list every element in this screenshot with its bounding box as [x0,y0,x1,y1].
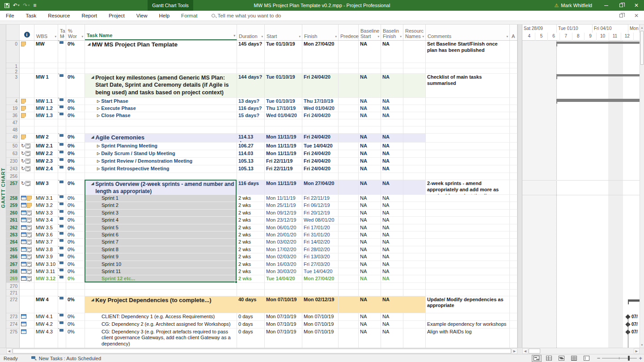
indicators-cell[interactable] [20,328,34,348]
baseline-start-cell[interactable]: NA [359,98,381,105]
finish-cell[interactable]: Fri 24/04/20 [302,150,339,158]
comments-cell[interactable] [426,63,510,68]
task-mode-cell[interactable] [58,290,66,296]
team-planner-view-button[interactable] [557,355,567,362]
finish-column-header[interactable]: Finish▾ [302,25,339,40]
start-cell[interactable]: Fri 22/11/19 [265,158,302,165]
duration-cell[interactable]: 2 wks [237,246,265,253]
duration-cell[interactable] [237,173,265,180]
duration-cell[interactable]: 145 days? [237,41,265,63]
task-row-258[interactable]: 258MW 3.10%Sprint 12 wksMon 11/11/19Fri … [6,195,517,202]
resource-names-cell[interactable] [403,63,426,68]
baseline-finish-cell[interactable]: NA [381,253,403,261]
account-warning-icon[interactable]: ⚠ [554,3,559,8]
indicators-cell[interactable] [20,246,34,253]
baseline-start-cell[interactable]: NA [359,150,381,158]
add-column-cell[interactable] [510,180,517,195]
filter-arrow-icon[interactable]: ▾ [63,35,64,38]
row-number[interactable]: 49 [6,134,20,143]
ribbon-restore-button[interactable] [614,10,629,21]
baseline-finish-cell[interactable]: NA [381,41,403,63]
task-name-cell[interactable] [85,119,237,126]
redo-button[interactable]: ↷▾ [23,2,30,8]
add-column-cell[interactable] [510,165,517,173]
percent-work-cell[interactable]: 0% [66,105,85,112]
row-number[interactable]: 275 [6,328,20,348]
task-row-260[interactable]: 260MW 3.30%Sprint 32 wksMon 09/12/19Fri … [6,210,517,217]
comments-cell[interactable] [426,210,510,217]
task-name-cell[interactable]: ◢Project key milestones (amend Generic M… [85,74,237,98]
start-cell[interactable]: Mon 11/11/19 [265,195,302,202]
baseline-start-cell[interactable]: NA [359,74,381,98]
task-row-261[interactable]: 261MW 3.40%Sprint 42 wksMon 23/12/19Wed … [6,217,517,224]
scroll-up-icon[interactable]: ▲ [640,25,644,30]
task-row-262[interactable]: 262MW 3.50%Sprint 52 wksMon 06/01/20Fri … [6,224,517,232]
indicators-cell[interactable] [20,173,34,180]
wbs-cell[interactable]: MW 3.11 [34,268,58,275]
percent-work-cell[interactable]: 0% [66,74,85,98]
resource-names-cell[interactable] [403,275,426,282]
resource-names-cell[interactable] [403,328,426,348]
start-cell[interactable]: Mon 23/12/19 [265,217,302,224]
comments-cell[interactable] [426,143,510,150]
indicators-cell[interactable] [20,210,34,217]
baseline-start-cell[interactable]: NA [359,210,381,217]
add-column-cell[interactable] [510,275,517,282]
percent-work-cell[interactable]: 0% [66,268,85,275]
row-number[interactable]: 261 [6,217,20,224]
filter-arrow-icon[interactable]: ▾ [233,34,235,38]
filter-arrow-icon[interactable]: ▾ [422,35,424,38]
start-cell[interactable]: Mon 06/01/20 [265,224,302,232]
row-number[interactable]: 260 [6,210,20,217]
resource-names-cell[interactable] [403,105,426,112]
finish-cell[interactable]: Wed 08/01/20 [302,217,339,224]
predecessors-cell[interactable] [339,41,359,63]
duration-cell[interactable]: 116 days [237,180,265,195]
wbs-cell[interactable]: MW 4.3 [34,328,58,348]
add-column-cell[interactable] [510,173,517,180]
filter-arrow-icon[interactable]: ▾ [81,35,83,38]
ribbon-close-button[interactable]: ✕ [629,10,644,21]
finish-cell[interactable]: Fri 20/12/19 [302,210,339,217]
indicators-cell[interactable] [20,261,34,268]
row-number[interactable]: 274 [6,321,20,328]
baseline-start-cell[interactable]: NA [359,328,381,348]
resource-names-cell[interactable] [403,68,426,74]
task-mode-cell[interactable] [58,143,66,150]
row-number[interactable]: 259 [6,202,20,209]
duration-cell[interactable]: 2 wks [237,253,265,261]
finish-cell[interactable]: Mon 27/04/20 [302,180,339,195]
expand-triangle-icon[interactable]: ▷ [97,152,100,157]
task-row-1[interactable]: 1 [6,63,517,68]
wbs-cell[interactable] [34,63,58,68]
predecessors-cell[interactable] [339,239,359,246]
baseline-start-cell[interactable]: NA [359,105,381,112]
add-column-cell[interactable] [510,328,517,348]
baseline-start-cell[interactable]: NA [359,246,381,253]
resource-names-cell[interactable] [403,173,426,180]
resource-names-cell[interactable] [403,165,426,173]
add-column-cell[interactable] [510,202,517,209]
task-name-cell[interactable]: CG: Dependency 3 (e.g. Project artefacts… [85,328,237,348]
filter-arrow-icon[interactable]: ▾ [377,35,379,38]
baseline-start-cell[interactable]: NA [359,202,381,209]
filter-arrow-icon[interactable]: ▾ [55,35,56,38]
gantt-chart-tools-tab[interactable]: Gantt Chart Tools [148,0,193,11]
task-mode-cell[interactable] [58,328,66,348]
baseline-start-cell[interactable]: NA [359,313,381,321]
row-number[interactable]: 267 [6,261,20,268]
task-name-cell[interactable]: Sprint 6 [85,232,237,239]
percent-work-cell[interactable]: 0% [66,210,85,217]
wbs-cell[interactable] [34,126,58,134]
row-number[interactable]: 19 [6,105,20,112]
wbs-cell[interactable]: MW 3.3 [34,210,58,217]
wbs-cell[interactable]: MW 3.2 [34,202,58,209]
percent-work-cell[interactable]: 0% [66,239,85,246]
task-name-cell[interactable]: ◢Sprints Overview (2-week sprints - amen… [85,180,237,195]
finish-cell[interactable] [302,173,339,180]
duration-cell[interactable] [237,68,265,74]
task-row-257[interactable]: 257↻MW 30%◢Sprints Overview (2-week spri… [6,180,517,195]
resource-names-cell[interactable] [403,217,426,224]
tell-me-search[interactable]: Tell me what you want to do [212,13,281,18]
baseline-finish-cell[interactable]: NA [381,98,403,105]
